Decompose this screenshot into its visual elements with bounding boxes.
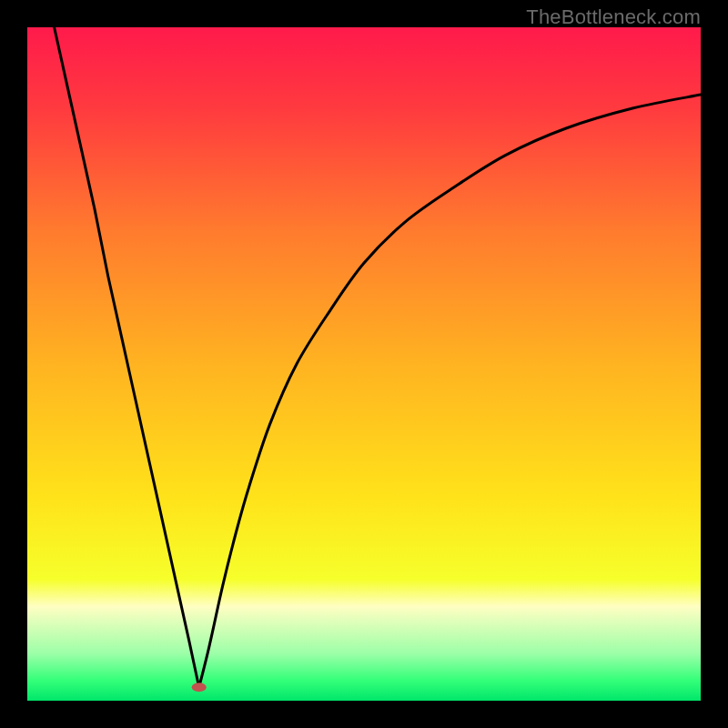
- chart-frame: [27, 27, 701, 701]
- bottleneck-chart: [27, 27, 701, 701]
- watermark-text: TheBottleneck.com: [526, 5, 701, 29]
- min-point-marker: [192, 682, 207, 692]
